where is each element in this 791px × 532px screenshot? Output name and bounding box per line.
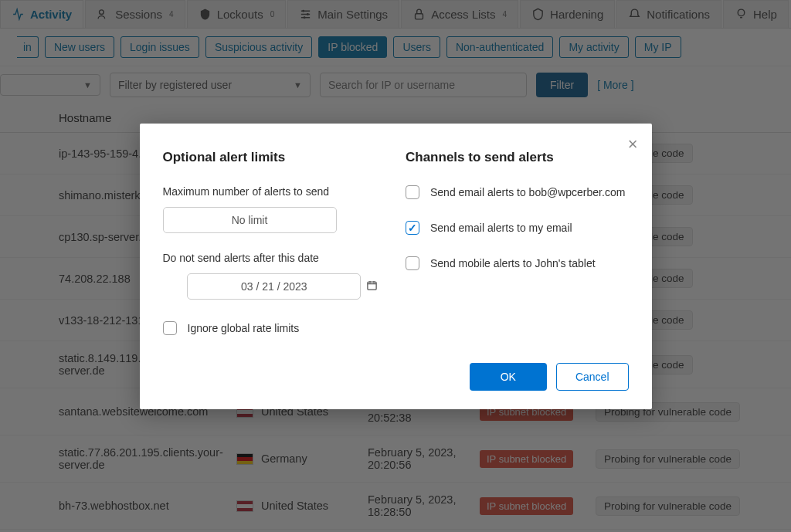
channel-email-my-checkbox[interactable] — [406, 221, 419, 235]
date-input[interactable] — [187, 273, 361, 300]
max-alerts-label: Maximum number of alerts to send — [163, 185, 386, 198]
channel-label: Send mobile alerts to John's tablet — [430, 257, 596, 269]
close-icon: × — [628, 134, 638, 154]
ignore-limits-checkbox[interactable] — [163, 321, 177, 335]
channel-mobile-row[interactable]: Send mobile alerts to John's tablet — [406, 256, 629, 270]
right-title: Channels to send alerts — [406, 150, 629, 165]
channel-email-bob-row[interactable]: Send email alerts to bob@wpcerber.com — [406, 185, 629, 199]
max-alerts-input[interactable] — [163, 207, 337, 233]
dialog-actions: OK Cancel — [163, 363, 629, 391]
close-button[interactable]: × — [628, 134, 638, 154]
channel-label: Send email alerts to my email — [430, 222, 572, 234]
channel-mobile-checkbox[interactable] — [406, 256, 419, 270]
date-label: Do not send alerts after this date — [163, 252, 386, 264]
ignore-limits-row[interactable]: Ignore global rate limits — [163, 321, 386, 335]
ignore-limits-label: Ignore global rate limits — [188, 322, 300, 334]
left-title: Optional alert limits — [163, 150, 386, 165]
ok-button[interactable]: OK — [470, 363, 547, 391]
cancel-button[interactable]: Cancel — [556, 363, 629, 391]
alert-settings-dialog: × Optional alert limits Maximum number o… — [140, 124, 652, 409]
dialog-left-col: Optional alert limits Maximum number of … — [163, 137, 386, 346]
dialog-right-col: Channels to send alerts Send email alert… — [406, 137, 629, 346]
channel-label: Send email alerts to bob@wpcerber.com — [430, 186, 625, 198]
channel-email-my-row[interactable]: Send email alerts to my email — [406, 221, 629, 235]
channel-email-bob-checkbox[interactable] — [406, 185, 419, 199]
calendar-icon[interactable] — [366, 280, 378, 293]
svg-rect-6 — [368, 282, 376, 290]
modal-overlay: × Optional alert limits Maximum number o… — [0, 0, 791, 532]
